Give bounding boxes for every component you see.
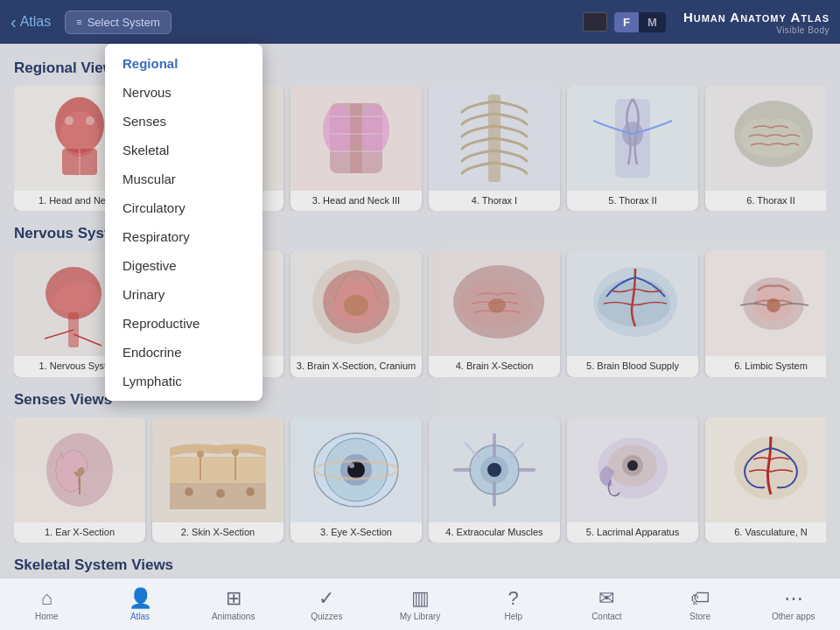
nav-label: Contact bbox=[592, 612, 621, 621]
nav-label: Other apps bbox=[772, 612, 815, 621]
app-header: ‹ Atlas ≡ Select System F M Human Anatom… bbox=[0, 0, 840, 44]
nav-item-help[interactable]: ?Help bbox=[466, 584, 560, 625]
nav-icon: ✉ bbox=[598, 587, 614, 610]
nav-item-store[interactable]: 🏷Store bbox=[654, 584, 747, 625]
menu-lines-icon: ≡ bbox=[76, 17, 81, 27]
bottom-nav: ⌂Home👤Atlas⊞Animations✓Quizzes▥My Librar… bbox=[0, 578, 840, 630]
dropdown-item-regional[interactable]: Regional bbox=[105, 49, 262, 78]
nav-label: Home bbox=[35, 612, 59, 621]
back-chevron-icon: ‹ bbox=[10, 12, 17, 32]
nav-icon: ⊞ bbox=[226, 587, 242, 610]
header-right: F M Human Anatomy Atlas Visible Body bbox=[583, 10, 830, 35]
gender-male-button[interactable]: M bbox=[639, 12, 666, 32]
nav-icon: ▥ bbox=[411, 587, 430, 610]
nav-item-contact[interactable]: ✉Contact bbox=[560, 584, 654, 625]
system-dropdown: RegionalNervousSensesSkeletalMuscularCir… bbox=[105, 44, 262, 401]
select-system-button[interactable]: ≡ Select System bbox=[65, 10, 172, 34]
back-label: Atlas bbox=[20, 14, 52, 30]
dropdown-item-urinary[interactable]: Urinary bbox=[105, 280, 262, 309]
dropdown-item-senses[interactable]: Senses bbox=[105, 107, 262, 136]
nav-item-atlas[interactable]: 👤Atlas bbox=[94, 584, 187, 625]
dropdown-item-reproductive[interactable]: Reproductive bbox=[105, 309, 262, 338]
back-button[interactable]: ‹ Atlas bbox=[10, 12, 51, 32]
dropdown-item-endocrine[interactable]: Endocrine bbox=[105, 338, 262, 367]
app-title-block: Human Anatomy Atlas Visible Body bbox=[673, 10, 830, 35]
nav-label: Animations bbox=[212, 612, 255, 621]
nav-icon: ? bbox=[508, 587, 519, 610]
dropdown-item-respiratory[interactable]: Respiratory bbox=[105, 222, 262, 251]
nav-icon: 👤 bbox=[129, 587, 152, 610]
dropdown-item-circulatory[interactable]: Circulatory bbox=[105, 193, 262, 222]
nav-icon: 🏷 bbox=[690, 587, 710, 610]
dropdown-item-nervous[interactable]: Nervous bbox=[105, 78, 262, 107]
gender-toggle: F M bbox=[614, 12, 666, 32]
nav-icon: ⋯ bbox=[784, 587, 803, 610]
nav-icon: ✓ bbox=[318, 587, 334, 610]
nav-label: Atlas bbox=[130, 612, 150, 621]
nav-label: Help bbox=[504, 612, 522, 621]
nav-label: My Library bbox=[400, 612, 441, 621]
nav-item-home[interactable]: ⌂Home bbox=[0, 584, 94, 625]
dropdown-item-digestive[interactable]: Digestive bbox=[105, 251, 262, 280]
app-title: Human Anatomy Atlas bbox=[683, 10, 830, 24]
dropdown-item-lymphatic[interactable]: Lymphatic bbox=[105, 367, 262, 396]
nav-label: Quizzes bbox=[311, 612, 342, 621]
nav-item-animations[interactable]: ⊞Animations bbox=[186, 584, 280, 625]
select-system-label: Select System bbox=[88, 16, 160, 29]
dropdown-item-muscular[interactable]: Muscular bbox=[105, 164, 262, 193]
app-subtitle: Visible Body bbox=[673, 25, 830, 35]
color-swatch[interactable] bbox=[583, 12, 607, 32]
nav-item-my-library[interactable]: ▥My Library bbox=[374, 584, 467, 625]
nav-item-quizzes[interactable]: ✓Quizzes bbox=[280, 584, 374, 625]
nav-label: Store bbox=[690, 612, 710, 621]
dropdown-item-skeletal[interactable]: Skeletal bbox=[105, 136, 262, 164]
nav-item-other-apps[interactable]: ⋯Other apps bbox=[746, 584, 840, 625]
gender-female-button[interactable]: F bbox=[614, 12, 639, 32]
nav-icon: ⌂ bbox=[41, 587, 52, 610]
